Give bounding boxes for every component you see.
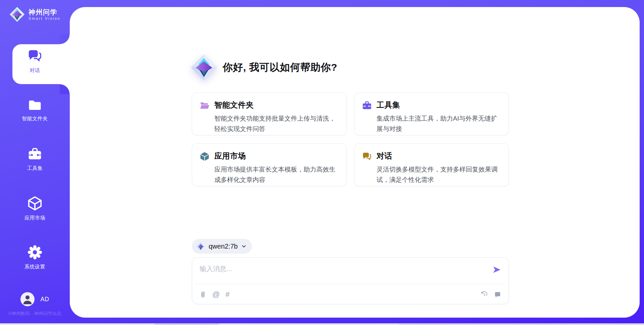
card-title: 应用市场 — [214, 151, 338, 161]
message-input[interactable] — [192, 258, 508, 282]
composer-toolbar: @ # — [199, 288, 501, 301]
mention-button[interactable]: @ — [212, 291, 220, 298]
feature-cards: 智能文件夹 智能文件夹功能支持批量文件上传与清洗，轻松实现文件问答 工具集 集成… — [192, 92, 509, 186]
card-title: 工具集 — [377, 100, 501, 110]
card-toolbox[interactable]: 工具集 集成市场上主流工具，助力AI与外界无缝扩展与对接 — [354, 92, 509, 135]
topic-button[interactable]: # — [225, 291, 229, 298]
chevron-down-icon — [241, 244, 247, 249]
active-tab-notch-bottom — [60, 84, 70, 94]
card-app-market[interactable]: 应用市场 应用市场提供丰富长文本模板，助力高效生成多样化文章内容 — [192, 143, 347, 186]
history-icon — [480, 291, 488, 299]
new-chat-button[interactable] — [494, 291, 501, 299]
card-description: 智能文件夹功能支持批量文件上传与清洗，轻松实现文件问答 — [214, 113, 338, 134]
sidebar-item-app-market[interactable]: 应用市场 — [0, 196, 70, 221]
active-tab-notch-top — [60, 34, 70, 44]
sidebar-item-label: 系统设置 — [0, 264, 70, 270]
model-selector[interactable]: qwen2:7b — [192, 239, 252, 254]
cube-icon — [200, 151, 210, 161]
app-root: 神州问学 Smart Vision 对话 智能文件夹 — [0, 0, 644, 325]
model-name: qwen2:7b — [209, 243, 238, 250]
card-title: 智能文件夹 — [214, 100, 338, 110]
main-panel: 你好, 我可以如何帮助你? 智能文件夹 智能文件夹功能支持批量文件上传与清洗，轻… — [70, 7, 640, 318]
toolbox-icon — [362, 101, 372, 111]
chat-icon — [362, 151, 372, 161]
gear-icon — [27, 245, 43, 260]
taskbar-sliver — [0, 323, 644, 325]
paperclip-icon — [199, 290, 207, 299]
chat-icon — [27, 48, 43, 64]
brand-logo-icon — [9, 7, 25, 22]
send-button[interactable] — [492, 265, 502, 275]
card-title: 对话 — [377, 151, 501, 161]
brand: 神州问学 Smart Vision — [9, 7, 61, 22]
user-name: AD — [40, 296, 49, 303]
message-composer: @ # — [192, 257, 509, 304]
sidebar-item-label: 智能文件夹 — [0, 116, 70, 122]
composer-divider — [195, 284, 506, 284]
sidebar-footer: ©神州数码 · 神州问学出品 — [0, 311, 70, 317]
cube-icon — [27, 196, 43, 211]
sidebar-item-label: 对话 — [0, 67, 70, 74]
user-menu[interactable]: AD — [0, 292, 70, 306]
assistant-logo-icon — [191, 54, 217, 81]
card-description: 灵活切换多模型文件，支持多样回复效果调试，满足个性化需求 — [377, 164, 501, 185]
card-description: 应用市场提供丰富长文本模板，助力高效生成多样化文章内容 — [214, 164, 338, 185]
chat-bubble-icon — [494, 291, 501, 299]
brand-name: 神州问学 — [29, 8, 61, 16]
toolbox-icon — [28, 147, 42, 161]
model-logo-icon — [196, 242, 205, 251]
sidebar-item-label: 工具集 — [0, 165, 70, 172]
attach-file-button[interactable] — [199, 290, 207, 299]
greeting: 你好, 我可以如何帮助你? — [191, 54, 337, 81]
sidebar-item-chat[interactable]: 对话 — [0, 48, 70, 74]
sidebar-item-label: 应用市场 — [0, 215, 70, 221]
hash-icon: # — [225, 291, 229, 298]
card-smart-folder[interactable]: 智能文件夹 智能文件夹功能支持批量文件上传与清洗，轻松实现文件问答 — [192, 92, 347, 135]
card-description: 集成市场上主流工具，助力AI与外界无缝扩展与对接 — [377, 113, 501, 134]
avatar — [20, 292, 35, 306]
send-icon — [492, 265, 501, 274]
history-button[interactable] — [480, 291, 488, 299]
card-chat[interactable]: 对话 灵活切换多模型文件，支持多样回复效果调试，满足个性化需求 — [354, 143, 509, 186]
brand-subtitle: Smart Vision — [29, 16, 61, 20]
folder-icon — [28, 99, 42, 112]
sidebar-item-settings[interactable]: 系统设置 — [0, 245, 70, 270]
greeting-title: 你好, 我可以如何帮助你? — [223, 61, 337, 74]
at-icon: @ — [212, 291, 220, 298]
folder-icon — [200, 101, 210, 111]
sidebar-item-smart-folder[interactable]: 智能文件夹 — [0, 99, 70, 122]
sidebar-item-toolbox[interactable]: 工具集 — [0, 147, 70, 172]
sidebar: 神州问学 Smart Vision 对话 智能文件夹 — [0, 0, 70, 323]
